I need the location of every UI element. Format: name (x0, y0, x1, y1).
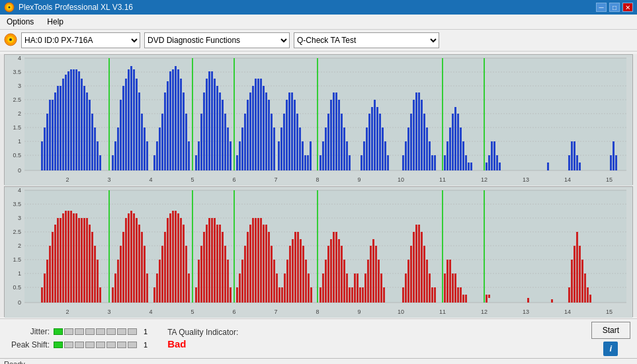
svg-rect-126 (278, 141, 280, 170)
svg-rect-196 (576, 155, 578, 170)
svg-rect-315 (260, 218, 262, 303)
svg-rect-152 (363, 141, 365, 170)
svg-rect-101 (206, 79, 208, 170)
svg-rect-79 (138, 92, 140, 170)
svg-rect-380 (462, 295, 464, 303)
svg-rect-262 (97, 260, 99, 303)
bottom-chart-container: 4 3.5 3 2.5 2 1.5 1 0.5 0 2 3 4 5 6 7 8 … (4, 186, 633, 317)
peak-shift-label: Peak Shift: (7, 340, 50, 349)
svg-rect-175 (444, 155, 446, 170)
svg-rect-284 (169, 213, 171, 303)
svg-rect-312 (252, 218, 254, 303)
svg-rect-363 (410, 246, 412, 303)
svg-rect-151 (361, 155, 362, 170)
svg-rect-182 (462, 141, 464, 170)
peak-seg-5 (96, 342, 105, 348)
svg-rect-270 (128, 213, 130, 303)
svg-rect-67 (97, 141, 99, 170)
svg-rect-353 (367, 260, 369, 303)
test-select[interactable]: Q-Check TA Test (294, 32, 439, 48)
minimize-button[interactable]: ─ (596, 3, 607, 12)
svg-text:1: 1 (18, 270, 21, 277)
svg-rect-103 (211, 71, 213, 170)
maximize-button[interactable]: □ (609, 3, 620, 12)
svg-rect-107 (222, 100, 224, 170)
svg-rect-337 (325, 260, 327, 303)
svg-rect-334 (310, 287, 312, 303)
svg-rect-76 (130, 66, 132, 170)
svg-rect-344 (343, 260, 345, 303)
svg-rect-292 (195, 287, 197, 303)
svg-rect-150 (349, 155, 351, 170)
svg-rect-273 (136, 218, 138, 303)
svg-rect-260 (91, 232, 93, 303)
svg-rect-391 (587, 287, 589, 303)
svg-rect-295 (203, 232, 205, 303)
svg-text:1: 1 (18, 138, 21, 145)
app-icon (4, 2, 15, 13)
svg-rect-347 (351, 287, 353, 303)
svg-rect-386 (573, 246, 575, 303)
svg-rect-305 (230, 287, 232, 303)
svg-rect-351 (362, 287, 364, 303)
svg-rect-242 (44, 273, 46, 303)
svg-rect-253 (73, 213, 75, 303)
svg-rect-316 (263, 225, 265, 303)
svg-rect-129 (286, 100, 288, 170)
svg-rect-75 (128, 69, 130, 170)
svg-rect-331 (302, 246, 304, 303)
menu-options[interactable]: Options (4, 16, 36, 28)
svg-text:13: 13 (523, 309, 529, 315)
svg-text:2: 2 (65, 309, 69, 315)
svg-rect-178 (452, 114, 454, 170)
svg-rect-183 (465, 155, 467, 170)
close-button[interactable]: ✕ (622, 3, 633, 12)
svg-rect-61 (81, 79, 83, 170)
svg-rect-372 (434, 287, 436, 303)
svg-rect-200 (615, 155, 617, 170)
info-button[interactable]: i (603, 342, 618, 356)
svg-rect-168 (418, 92, 420, 170)
svg-rect-149 (346, 141, 348, 170)
svg-rect-88 (167, 81, 169, 170)
svg-rect-394 (551, 299, 553, 303)
svg-rect-82 (146, 141, 148, 170)
svg-rect-367 (421, 232, 423, 303)
function-select[interactable]: DVD Diagnostic Functions (144, 32, 290, 48)
device-select[interactable]: HA:0 ID:0 PX-716A (21, 32, 140, 48)
svg-rect-158 (379, 114, 381, 170)
svg-rect-120 (260, 79, 262, 170)
svg-rect-52 (57, 86, 59, 170)
svg-rect-144 (333, 92, 335, 170)
svg-rect-92 (177, 69, 179, 170)
svg-rect-277 (146, 273, 148, 303)
svg-rect-323 (281, 287, 283, 303)
svg-rect-281 (161, 246, 163, 303)
svg-rect-159 (382, 127, 384, 170)
svg-rect-285 (172, 211, 174, 303)
svg-rect-330 (300, 239, 302, 303)
svg-rect-90 (172, 69, 174, 170)
menu-help[interactable]: Help (44, 16, 66, 28)
svg-rect-180 (457, 114, 459, 170)
svg-text:0.5: 0.5 (13, 152, 21, 159)
svg-rect-118 (255, 79, 257, 170)
svg-rect-276 (144, 246, 146, 303)
svg-rect-392 (589, 295, 591, 303)
svg-rect-261 (94, 246, 96, 303)
svg-text:0: 0 (18, 299, 21, 306)
top-chart-container: 4 3.5 3 2.5 2 1.5 1 0.5 0 2 3 4 5 6 7 8 … (4, 54, 633, 185)
svg-rect-343 (341, 246, 343, 303)
jitter-seg-6 (106, 328, 116, 335)
svg-rect-329 (297, 232, 299, 303)
svg-rect-47 (44, 127, 46, 170)
svg-rect-354 (370, 246, 372, 303)
svg-text:1.5: 1.5 (13, 256, 21, 263)
svg-rect-181 (460, 127, 462, 170)
svg-text:5: 5 (191, 176, 194, 183)
svg-rect-393 (527, 298, 529, 303)
start-button[interactable]: Start (591, 322, 630, 339)
svg-rect-169 (421, 100, 423, 170)
svg-rect-278 (153, 287, 155, 303)
main-content: 4 3.5 3 2.5 2 1.5 1 0.5 0 2 3 4 5 6 7 8 … (0, 54, 637, 317)
